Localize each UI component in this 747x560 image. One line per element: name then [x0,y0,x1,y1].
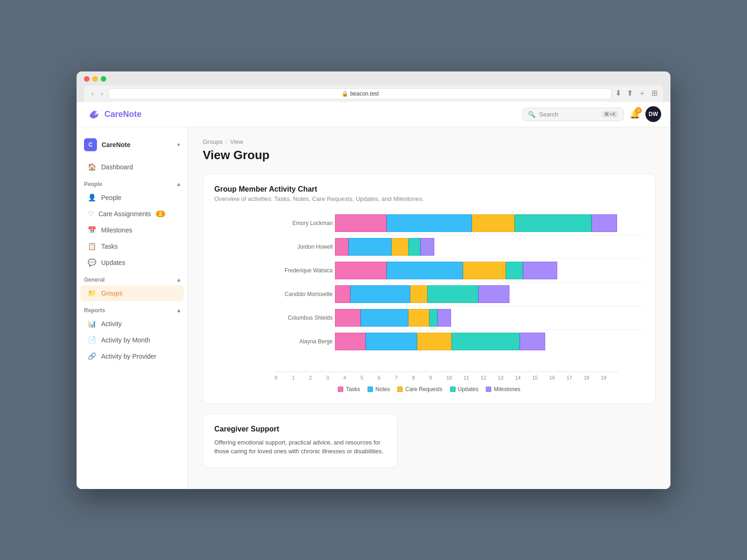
bar-care_requests [472,214,515,232]
bar-updates [427,285,479,303]
bar-care_requests [392,238,409,256]
sidebar-item-activity-provider[interactable]: 🔗 Activity by Provider [80,348,184,364]
chart-row-label: Alayna Berge [275,338,333,345]
bar-tasks [335,262,386,279]
x-tick: 9 [429,375,446,380]
legend-item-notes: Notes [367,386,390,393]
x-tick: 8 [412,375,429,380]
search-icon: 🔍 [528,111,535,118]
header-right: 🔍 Search ⌘+K 🔔 0 DW [522,106,661,122]
sidebar-item-label: Dashboard [101,163,133,171]
chart-title: Group Member Activity Chart [214,185,644,193]
notification-button[interactable]: 🔔 0 [630,109,640,119]
chart-row-label: Columbus Shields [275,315,333,321]
maximize-button[interactable] [101,76,106,82]
bar-tasks [335,238,348,256]
chart-area: Emory LockmanJordon HowellFrederique Wat… [214,212,644,372]
heart-icon: ♡ [88,210,94,218]
chart-bars [335,237,434,257]
chart-row: Columbus Shields [275,306,644,329]
updates-icon: 💬 [88,258,97,267]
legend-label: Milestones [494,386,520,393]
browser-toolbar: ‹ › 🔒 beacon.test ⬇ ⬆ ＋ ⊞ [84,85,663,102]
x-tick: 13 [498,375,515,380]
share-icon[interactable]: ⬆ [627,89,633,98]
chart-row: Jordon Howell [275,235,644,258]
close-button[interactable] [84,76,90,82]
sidebar-org[interactable]: C CareNote ▾ [77,135,187,159]
sidebar-section-general[interactable]: General ▴ [77,271,187,285]
chart-row-label: Jordon Howell [275,244,333,250]
x-tick: 12 [481,375,498,380]
url-text: beacon.test [350,90,379,97]
breadcrumb-groups[interactable]: Groups [203,138,223,145]
minimize-button[interactable] [92,76,98,82]
chart-container: Emory LockmanJordon HowellFrederique Wat… [214,212,644,393]
bar-updates [515,214,592,232]
browser-chrome: ‹ › 🔒 beacon.test ⬇ ⬆ ＋ ⊞ [77,71,670,102]
address-bar[interactable]: 🔒 beacon.test [109,88,612,99]
bar-notes [361,309,408,327]
chevron-down-icon: ▾ [177,142,180,148]
sidebar: C CareNote ▾ 🏠 Dashboard People ▴ 👤 Peop… [77,127,188,489]
add-tab-icon[interactable]: ＋ [638,89,646,98]
sidebar-item-activity-month[interactable]: 📄 Activity by Month [80,332,184,348]
support-title: Caregiver Support [214,425,386,433]
breadcrumb: Groups › View [203,138,656,145]
sidebar-item-label: People [101,194,122,201]
x-tick: 15 [532,375,549,380]
x-tick: 18 [584,375,601,380]
main-content: Groups › View View Group Group Member Ac… [188,127,670,489]
legend-color [397,386,403,392]
sidebar-item-groups[interactable]: 📁 Groups [80,285,184,301]
sidebar-item-tasks[interactable]: 📋 Tasks [80,238,184,254]
sidebar-item-label: Activity [101,320,122,328]
chart-row: Alayna Berge [275,330,644,353]
sidebar-item-people[interactable]: 👤 People [80,190,184,206]
search-placeholder: Search [539,111,558,118]
care-assignments-badge: 2 [156,211,165,217]
sidebar-item-care-assignments[interactable]: ♡ Care Assignments 2 [80,206,184,222]
chart-row-label: Frederique Watsica [275,267,333,274]
sidebar-icon[interactable]: ⊞ [651,89,657,98]
legend-label: Tasks [346,386,360,393]
bar-updates [408,238,420,256]
legend-label: Updates [458,386,479,393]
sidebar-section-reports[interactable]: Reports ▴ [77,302,187,315]
sidebar-item-label: Milestones [101,226,132,234]
sidebar-item-milestones[interactable]: 📅 Milestones [80,222,184,238]
sidebar-item-dashboard[interactable]: 🏠 Dashboard [80,159,184,175]
bar-notes [350,285,410,303]
legend-color [450,386,456,392]
legend-item-tasks: Tasks [338,386,360,393]
home-icon: 🏠 [88,163,97,171]
breadcrumb-view: View [230,138,243,145]
bar-tasks [335,309,361,327]
back-button[interactable]: ‹ [90,89,96,98]
forward-button[interactable]: › [99,89,105,98]
sidebar-item-label: Activity by Month [101,336,150,344]
org-icon: C [84,138,97,151]
bar-care_requests [463,262,506,279]
caregiver-support-card: Caregiver Support Offering emotional sup… [203,413,398,468]
sidebar-item-label: Updates [101,259,125,266]
page-title: View Group [203,148,656,162]
browser-window: ‹ › 🔒 beacon.test ⬇ ⬆ ＋ ⊞ CareNote [77,71,670,489]
download-icon[interactable]: ⬇ [615,89,621,98]
chart-x-axis: 012345678910111213141516171819 [275,372,618,380]
chevron-up-icon: ▴ [177,307,180,314]
x-tick: 1 [292,375,309,380]
sidebar-section-people[interactable]: People ▴ [77,175,187,189]
sidebar-item-updates[interactable]: 💬 Updates [80,255,184,270]
legend-item-care_requests: Care Requests [397,386,442,393]
bar-milestones [520,333,545,350]
bar-tasks [335,214,386,232]
body-layout: C CareNote ▾ 🏠 Dashboard People ▴ 👤 Peop… [77,127,670,489]
search-bar[interactable]: 🔍 Search ⌘+K [522,108,624,121]
notification-badge: 0 [635,107,642,114]
sidebar-item-activity[interactable]: 📊 Activity [80,316,184,332]
avatar[interactable]: DW [645,106,661,122]
bar-notes [386,214,472,232]
bar-milestones [523,262,557,279]
bar-milestones [592,214,617,232]
